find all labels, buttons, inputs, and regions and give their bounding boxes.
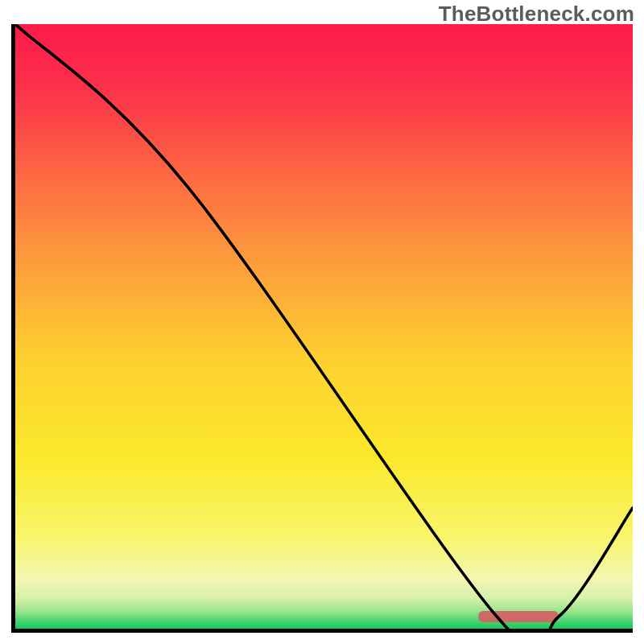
bottleneck-chart	[15, 24, 633, 629]
chart-axes-frame	[11, 24, 633, 633]
gradient-background	[15, 24, 633, 629]
watermark-text: TheBottleneck.com	[439, 2, 634, 27]
bottleneck-marker	[478, 611, 559, 622]
